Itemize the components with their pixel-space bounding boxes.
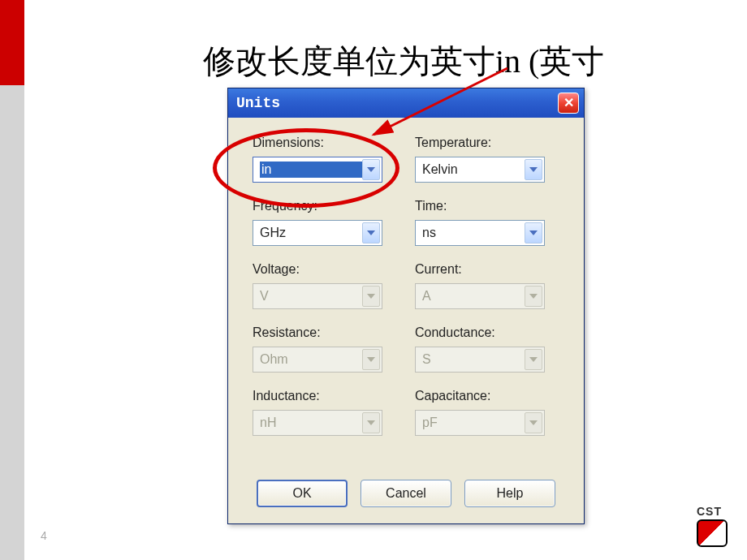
- resistance-value: Ohm: [260, 352, 362, 367]
- capacitance-field: Capacitance: pF: [415, 389, 545, 436]
- dimensions-combo[interactable]: in: [253, 157, 382, 183]
- voltage-field: Voltage: V: [253, 262, 382, 309]
- button-row: OK Cancel Help: [228, 460, 584, 523]
- capacitance-label: Capacitance:: [415, 389, 545, 403]
- conductance-label: Conductance:: [415, 325, 545, 340]
- frequency-field: Frequency: GHz: [253, 199, 382, 246]
- voltage-combo: V: [253, 283, 382, 309]
- ok-button[interactable]: OK: [257, 480, 348, 507]
- cst-logo: CST: [697, 505, 732, 545]
- temperature-label: Temperature:: [415, 136, 545, 150]
- inductance-field: Inductance: nH: [253, 389, 382, 436]
- inductance-value: nH: [260, 416, 362, 430]
- current-field: Current: A: [415, 262, 545, 309]
- time-combo[interactable]: ns: [415, 220, 545, 246]
- logo-icon: [697, 519, 728, 547]
- chevron-down-icon: [362, 349, 380, 370]
- time-field: Time: ns: [415, 199, 545, 246]
- chevron-down-icon: [362, 286, 380, 307]
- chevron-down-icon: [525, 412, 542, 433]
- close-button[interactable]: ✕: [558, 93, 579, 114]
- current-label: Current:: [415, 262, 545, 277]
- frequency-label: Frequency:: [253, 199, 382, 213]
- current-combo: A: [415, 283, 545, 309]
- conductance-field: Conductance: S: [415, 325, 545, 373]
- voltage-value: V: [260, 289, 362, 304]
- current-value: A: [422, 289, 525, 304]
- time-value: ns: [422, 226, 525, 240]
- chevron-down-icon: [525, 286, 542, 307]
- dimensions-value: in: [260, 162, 362, 178]
- dialog-body: Dimensions: in Temperature: Kelvin Frequ…: [228, 118, 584, 460]
- conductance-combo: S: [415, 347, 545, 373]
- dialog-title: Units: [236, 95, 280, 111]
- temperature-combo[interactable]: Kelvin: [415, 157, 545, 183]
- temperature-value: Kelvin: [422, 162, 525, 177]
- conductance-value: S: [422, 352, 525, 367]
- voltage-label: Voltage:: [253, 262, 382, 277]
- help-button[interactable]: Help: [464, 480, 555, 507]
- resistance-field: Resistance: Ohm: [253, 325, 382, 373]
- units-dialog: Units ✕ Dimensions: in Temperature: Kelv…: [227, 88, 585, 524]
- inductance-label: Inductance:: [253, 389, 382, 403]
- accent-corner: [0, 0, 24, 85]
- close-icon: ✕: [563, 96, 574, 110]
- capacitance-combo: pF: [415, 410, 545, 436]
- capacitance-value: pF: [422, 416, 525, 430]
- page-number: 4: [41, 529, 47, 542]
- temperature-field: Temperature: Kelvin: [415, 136, 545, 183]
- chevron-down-icon: [525, 222, 542, 243]
- titlebar[interactable]: Units ✕: [228, 88, 584, 118]
- chevron-down-icon: [362, 222, 380, 243]
- resistance-combo: Ohm: [253, 347, 382, 373]
- logo-text: CST: [697, 505, 732, 518]
- chevron-down-icon: [525, 159, 542, 180]
- frequency-value: GHz: [260, 226, 362, 240]
- frequency-combo[interactable]: GHz: [253, 220, 382, 246]
- slide-title: 修改长度单位为英寸in (英寸: [203, 39, 604, 84]
- chevron-down-icon: [525, 349, 542, 370]
- dimensions-label: Dimensions:: [253, 136, 382, 150]
- resistance-label: Resistance:: [253, 325, 382, 340]
- chevron-down-icon: [362, 159, 380, 180]
- time-label: Time:: [415, 199, 545, 213]
- dimensions-field: Dimensions: in: [253, 136, 382, 183]
- cancel-button[interactable]: Cancel: [361, 480, 451, 507]
- accent-sidebar: [0, 85, 24, 560]
- chevron-down-icon: [362, 412, 380, 433]
- inductance-combo: nH: [253, 410, 382, 436]
